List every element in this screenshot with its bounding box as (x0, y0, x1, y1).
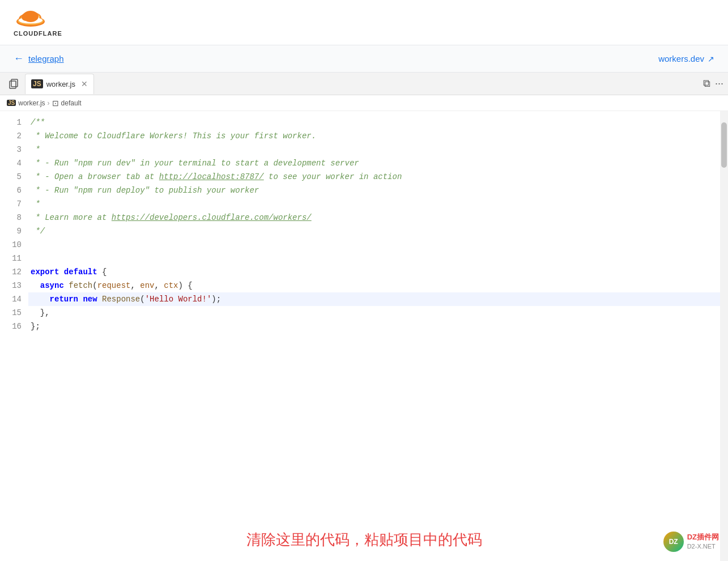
breadcrumb-file: worker.js (18, 99, 45, 107)
code-line-15: }, (28, 306, 728, 320)
tab-label: worker.js (46, 80, 75, 88)
code-line-8: * Learn more at https://developers.cloud… (28, 211, 728, 224)
code-line-16: }; (28, 320, 728, 333)
code-line-10 (28, 238, 728, 252)
nav-right: workers.dev ↗ (658, 54, 714, 63)
breadcrumb-js-icon: JS (7, 100, 16, 106)
nav-bar: ← telegraph workers.dev ↗ (0, 45, 728, 73)
split-editor-icon[interactable]: ⧉ (703, 78, 710, 90)
code-content[interactable]: 1 2 3 4 5 6 7 8 9 10 11 12 13 14 15 16 /… (0, 111, 728, 518)
scrollbar-track[interactable] (720, 111, 728, 518)
top-header: CLOUDFLARE (0, 0, 728, 45)
editor-wrapper: JS worker.js ✕ ⧉ ··· JS worker.js › ⊡ de… (0, 73, 728, 561)
breadcrumb-obj-icon: ⊡ (52, 99, 59, 108)
code-line-13: async fetch(request, env, ctx) { (28, 279, 728, 292)
scrollbar-thumb[interactable] (721, 122, 727, 168)
workers-dev-link[interactable]: workers.dev (658, 54, 704, 63)
code-line-2: * Welcome to Cloudflare Workers! This is… (28, 129, 728, 143)
breadcrumb-bar: JS worker.js › ⊡ default (0, 95, 728, 111)
logo-text: CLOUDFLARE (14, 30, 62, 37)
copy-icon (8, 78, 19, 90)
code-line-12: export default { (28, 265, 728, 279)
code-line-11 (28, 252, 728, 265)
line-numbers: 1 2 3 4 5 6 7 8 9 10 11 12 13 14 15 16 (0, 111, 28, 518)
watermark-circle-text: DZ (669, 538, 678, 546)
more-options-icon[interactable]: ··· (715, 78, 723, 90)
watermark-circle: DZ (663, 532, 684, 552)
cloudflare-logo (14, 8, 48, 29)
code-lines[interactable]: /** * Welcome to Cloudflare Workers! Thi… (28, 111, 728, 518)
code-area: 1 2 3 4 5 6 7 8 9 10 11 12 13 14 15 16 /… (0, 111, 728, 561)
svg-point-10 (22, 13, 31, 21)
code-line-5: * - Open a browser tab at http://localho… (28, 170, 728, 184)
explorer-icon-button[interactable] (5, 75, 23, 93)
back-arrow-icon[interactable]: ← (14, 53, 24, 65)
watermark-label: DZ插件网 (687, 533, 719, 542)
watermark: DZ DZ插件网 D2-X.NET (663, 532, 719, 552)
annotation-area: 清除这里的代码，粘贴项目中的代码 (0, 518, 728, 561)
tab-worker-js[interactable]: JS worker.js ✕ (25, 74, 94, 94)
code-line-3: * (28, 143, 728, 156)
code-line-7: * (28, 197, 728, 211)
watermark-text-area: DZ插件网 D2-X.NET (687, 533, 719, 550)
tab-close-button[interactable]: ✕ (81, 79, 88, 88)
tab-bar: JS worker.js ✕ ⧉ ··· (0, 73, 728, 95)
back-link[interactable]: telegraph (28, 54, 64, 63)
logo-area: CLOUDFLARE (14, 8, 62, 37)
svg-rect-12 (11, 79, 18, 87)
code-line-9: */ (28, 224, 728, 238)
breadcrumb-separator: › (48, 99, 50, 107)
code-line-14: return new Response('Hello World!'); (28, 292, 728, 306)
code-line-6: * - Run "npm run deploy" to publish your… (28, 184, 728, 197)
code-line-4: * - Run "npm run dev" in your terminal t… (28, 156, 728, 170)
nav-left: ← telegraph (14, 53, 64, 65)
breadcrumb-section: default (61, 99, 82, 107)
tab-bar-left: JS worker.js ✕ (5, 74, 94, 94)
js-file-icon: JS (31, 79, 43, 88)
tab-bar-right: ⧉ ··· (703, 78, 723, 90)
external-link-icon[interactable]: ↗ (708, 54, 714, 63)
watermark-sublabel: D2-X.NET (687, 542, 719, 550)
code-line-1: /** (28, 116, 728, 129)
annotation-text: 清除这里的代码，粘贴项目中的代码 (246, 530, 482, 550)
svg-rect-11 (10, 81, 16, 88)
